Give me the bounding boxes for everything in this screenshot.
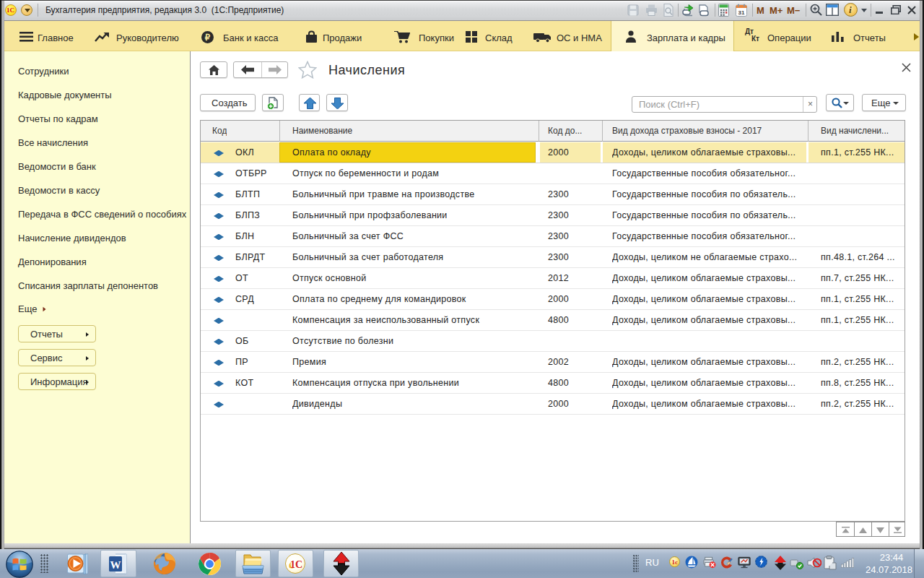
svg-text:₽: ₽ — [205, 33, 211, 42]
svg-text:W: W — [110, 559, 121, 571]
svg-text:1С: 1С — [290, 559, 302, 570]
svg-text:31: 31 — [738, 9, 745, 16]
